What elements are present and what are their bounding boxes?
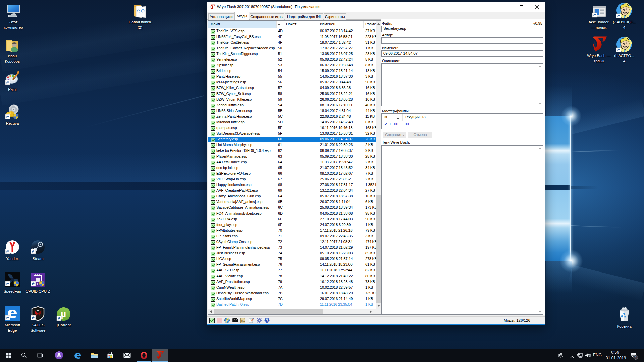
svg-text:?: ?	[266, 318, 268, 322]
svg-text:µ: µ	[61, 309, 66, 319]
svg-text:Doc: Doc	[241, 320, 245, 322]
